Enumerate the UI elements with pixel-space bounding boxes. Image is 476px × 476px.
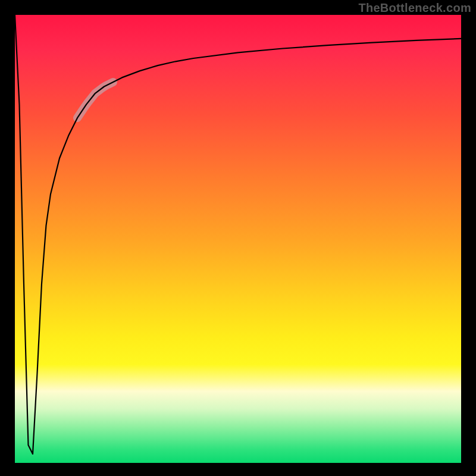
bottleneck-curve (15, 15, 461, 454)
watermark-text: TheBottleneck.com (358, 1, 471, 15)
curve-highlight (77, 82, 113, 118)
chart-frame: TheBottleneck.com (0, 0, 476, 476)
curve-layer (15, 15, 461, 463)
plot-area (15, 15, 461, 463)
